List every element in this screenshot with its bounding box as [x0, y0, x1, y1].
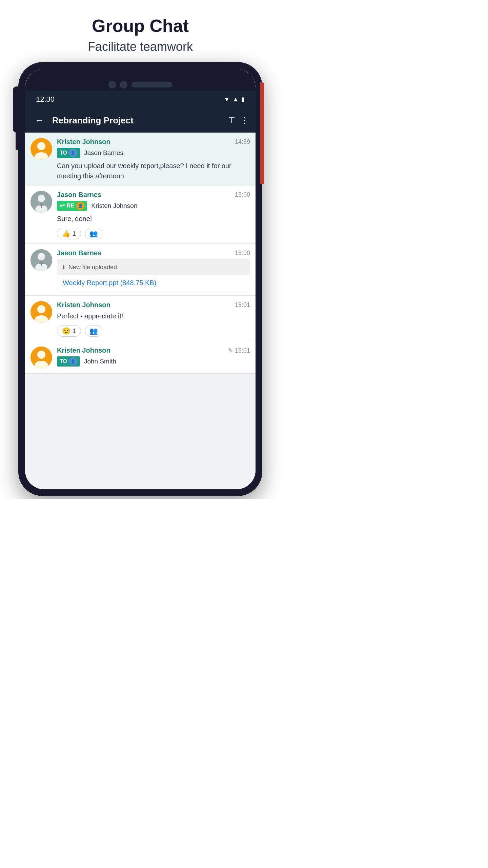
message-content: Jason Barnes 15:00 ↩ RE 👤 Kristen Johnso… — [57, 191, 250, 239]
avatar — [30, 138, 52, 160]
chat-area: Kristen Johnson 14:59 TO 👤 Jason Barnes … — [25, 133, 256, 489]
camera-dot — [108, 81, 116, 88]
avatar — [30, 249, 52, 271]
phone-outer: 12:30 ▼ ▲ ▮ ← Rebranding Project ⊤ ⋮ — [18, 62, 262, 496]
to-badge: TO 👤 — [57, 356, 80, 367]
message-header: Kristen Johnson ✎ 15:01 — [57, 347, 250, 354]
phone-inner: 12:30 ▼ ▲ ▮ ← Rebranding Project ⊤ ⋮ — [25, 69, 256, 489]
notch-bar — [25, 69, 256, 91]
sender-badge-avatar: 👤 — [76, 202, 84, 210]
message-item: Kristen Johnson 15:01 Perfect - apprecia… — [25, 296, 256, 341]
reaction-worry[interactable]: 😟 1 — [57, 325, 81, 337]
info-icon: ℹ — [63, 263, 65, 271]
file-link[interactable]: Weekly Report.ppt (848.75 KB) — [57, 275, 250, 291]
mention-row: TO 👤 John Smith — [57, 356, 250, 367]
mention-row: ↩ RE 👤 Kristen Johnson — [57, 201, 250, 211]
message-time: ✎ 15:01 — [228, 347, 250, 354]
file-upload-text: New file uploaded. — [68, 264, 119, 271]
svg-point-17 — [37, 351, 45, 359]
message-header: Jason Barnes 15:00 — [57, 249, 250, 257]
people-icon: 👥 — [89, 230, 98, 238]
avatar — [30, 301, 52, 323]
to-badge: TO 👤 — [57, 148, 80, 158]
svg-point-14 — [37, 305, 45, 313]
message-text: Perfect - appreciate it! — [57, 311, 250, 321]
reactions-row: 👍 1 👥 — [57, 228, 250, 239]
reaction-count: 1 — [73, 230, 76, 237]
signal-icon: ▲ — [232, 96, 239, 103]
camera-area — [108, 81, 172, 88]
page-title: Group Chat — [0, 16, 281, 36]
status-bar: 12:30 ▼ ▲ ▮ — [25, 91, 256, 108]
message-content: Kristen Johnson 14:59 TO 👤 Jason Barnes … — [57, 138, 250, 181]
sender-name: Jason Barnes — [57, 249, 101, 257]
message-time: 15:00 — [235, 191, 250, 198]
reaction-emoji: 😟 — [62, 327, 70, 335]
people-icon: 👥 — [89, 327, 98, 335]
battery-icon: ▮ — [241, 96, 245, 103]
page-header: Group Chat Facilitate teamwork — [0, 0, 281, 62]
sender-name: Kristen Johnson — [57, 347, 110, 354]
wifi-icon: ▼ — [224, 96, 230, 103]
back-button[interactable]: ← — [32, 112, 47, 129]
re-label: RE — [67, 203, 74, 209]
re-badge: ↩ RE 👤 — [57, 201, 87, 211]
message-time: 14:59 — [235, 138, 250, 145]
mention-name: Kristen Johnson — [91, 202, 137, 210]
message-header: Kristen Johnson 14:59 — [57, 138, 250, 146]
status-icons: ▼ ▲ ▮ — [224, 96, 245, 103]
message-time: 15:01 — [235, 301, 250, 309]
file-card: ℹ New file uploaded. Weekly Report.ppt (… — [57, 259, 250, 291]
svg-point-1 — [37, 142, 45, 150]
message-content: Kristen Johnson ✎ 15:01 TO 👤 John Smith — [57, 347, 250, 369]
reaction-count: 1 — [73, 328, 76, 335]
pin-icon[interactable]: ⊤ — [228, 116, 235, 125]
message-content: Jason Barnes 15:00 ℹ New file uploaded. … — [57, 249, 250, 291]
sender-name: Jason Barnes — [57, 191, 101, 199]
chat-title: Rebranding Project — [52, 115, 223, 126]
message-header: Jason Barnes 15:00 — [57, 191, 250, 199]
recipient-avatar: 👤 — [69, 149, 77, 157]
message-text: Can you upload our weekly report,please?… — [57, 161, 250, 181]
svg-point-4 — [38, 195, 45, 202]
reaction-emoji: 👍 — [62, 230, 70, 238]
phone-mockup: 12:30 ▼ ▲ ▮ ← Rebranding Project ⊤ ⋮ — [18, 62, 262, 499]
to-label: TO — [60, 358, 67, 364]
page-subtitle: Facilitate teamwork — [0, 40, 281, 54]
sender-name: Kristen Johnson — [57, 138, 110, 146]
reaction-thumbsup[interactable]: 👍 1 — [57, 228, 81, 239]
speaker-bar — [131, 82, 172, 87]
reactions-row: 😟 1 👥 — [57, 325, 250, 337]
message-item: Jason Barnes 15:00 ℹ New file uploaded. … — [25, 244, 256, 296]
reaction-people[interactable]: 👥 — [85, 228, 102, 239]
message-content: Kristen Johnson 15:01 Perfect - apprecia… — [57, 301, 250, 337]
message-header: Kristen Johnson 15:01 — [57, 301, 250, 309]
front-camera — [120, 81, 127, 88]
message-item: Jason Barnes 15:00 ↩ RE 👤 Kristen Johnso… — [25, 185, 256, 244]
to-label: TO — [60, 150, 67, 156]
avatar — [30, 347, 52, 368]
reply-arrow-icon: ↩ — [60, 202, 65, 210]
message-item: Kristen Johnson 14:59 TO 👤 Jason Barnes … — [25, 133, 256, 185]
message-text: Sure, done! — [57, 214, 250, 224]
sender-name: Kristen Johnson — [57, 301, 110, 309]
status-time: 12:30 — [36, 95, 55, 104]
mention-name: Jason Barnes — [84, 149, 123, 157]
recipient-avatar: 👤 — [69, 357, 77, 366]
message-time: 15:00 — [235, 250, 250, 257]
svg-point-9 — [38, 253, 45, 260]
message-item: Kristen Johnson ✎ 15:01 TO 👤 John Smith — [25, 341, 256, 374]
app-bar: ← Rebranding Project ⊤ ⋮ — [25, 108, 256, 133]
avatar — [30, 191, 52, 213]
menu-icon[interactable]: ⋮ — [241, 116, 249, 125]
reaction-people[interactable]: 👥 — [85, 325, 102, 337]
mention-row: TO 👤 Jason Barnes — [57, 148, 250, 158]
mention-name: John Smith — [84, 358, 116, 365]
file-card-header: ℹ New file uploaded. — [57, 259, 250, 275]
app-bar-icons: ⊤ ⋮ — [228, 116, 249, 125]
